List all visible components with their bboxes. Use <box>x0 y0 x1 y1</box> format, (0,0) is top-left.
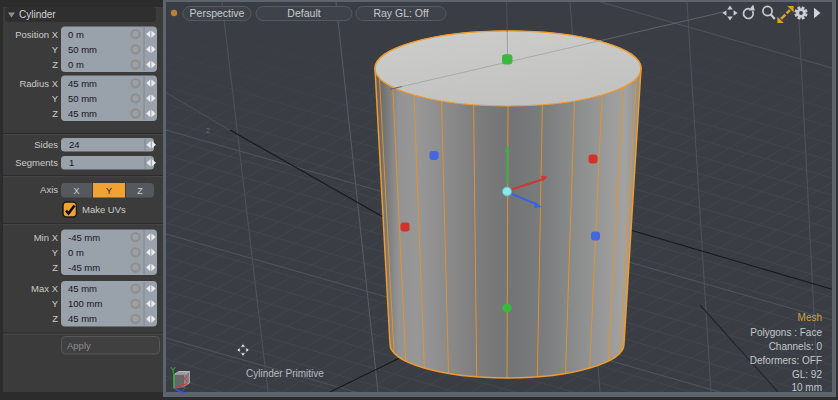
svg-text:Z: Z <box>52 59 58 70</box>
svg-text:2: 2 <box>206 126 210 135</box>
svg-text:-45 mm: -45 mm <box>68 232 100 243</box>
svg-text:0 m: 0 m <box>68 247 84 258</box>
svg-text:Cylinder: Cylinder <box>19 9 56 20</box>
svg-text:X: X <box>73 186 79 196</box>
svg-text:Z: Z <box>52 108 58 119</box>
svg-text:Deformers: OFF: Deformers: OFF <box>750 355 822 366</box>
svg-text:Axis: Axis <box>40 184 58 195</box>
svg-text:Polygons : Face: Polygons : Face <box>750 327 822 338</box>
svg-text:10 mm: 10 mm <box>791 382 822 393</box>
svg-text:Z: Z <box>52 262 58 273</box>
svg-text:Channels: 0: Channels: 0 <box>769 341 823 352</box>
svg-text:0 m: 0 m <box>68 29 84 40</box>
svg-text:100 mm: 100 mm <box>68 298 102 309</box>
svg-text:45 mm: 45 mm <box>68 283 97 294</box>
svg-text:Default: Default <box>287 7 320 19</box>
svg-text:Position X: Position X <box>15 29 58 40</box>
svg-text:Y: Y <box>52 93 59 104</box>
svg-text:-45 mm: -45 mm <box>68 262 100 273</box>
svg-text:Apply: Apply <box>67 340 91 351</box>
svg-text:Y: Y <box>52 44 59 55</box>
svg-text:24: 24 <box>69 139 80 150</box>
svg-text:50 mm: 50 mm <box>68 93 97 104</box>
svg-text:45 mm: 45 mm <box>68 78 97 89</box>
svg-text:Cylinder Primitive: Cylinder Primitive <box>246 368 324 379</box>
svg-text:0 m: 0 m <box>68 59 84 70</box>
svg-text:X: X <box>183 374 189 384</box>
svg-text:Z: Z <box>137 186 143 196</box>
svg-text:Ray GL: Off: Ray GL: Off <box>373 7 428 19</box>
svg-text:Y: Y <box>170 365 176 375</box>
svg-text:Y: Y <box>52 247 59 258</box>
svg-text:Perspective: Perspective <box>190 7 245 19</box>
svg-text:Z: Z <box>181 385 187 395</box>
svg-text:GL: 92: GL: 92 <box>792 369 822 380</box>
svg-text:Segments: Segments <box>15 157 58 168</box>
svg-text:Radius X: Radius X <box>19 78 58 89</box>
svg-text:Sides: Sides <box>34 139 58 150</box>
svg-text:Min X: Min X <box>34 232 59 243</box>
svg-text:Mesh: Mesh <box>798 312 822 323</box>
svg-text:Y: Y <box>106 186 112 196</box>
svg-text:Make UVs: Make UVs <box>82 204 126 215</box>
svg-text:45 mm: 45 mm <box>68 108 97 119</box>
svg-text:45 mm: 45 mm <box>68 313 97 324</box>
svg-text:Y: Y <box>52 298 59 309</box>
svg-text:Max X: Max X <box>31 283 59 294</box>
svg-text:Z: Z <box>52 313 58 324</box>
svg-text:50 mm: 50 mm <box>68 44 97 55</box>
svg-text:1: 1 <box>69 157 74 168</box>
